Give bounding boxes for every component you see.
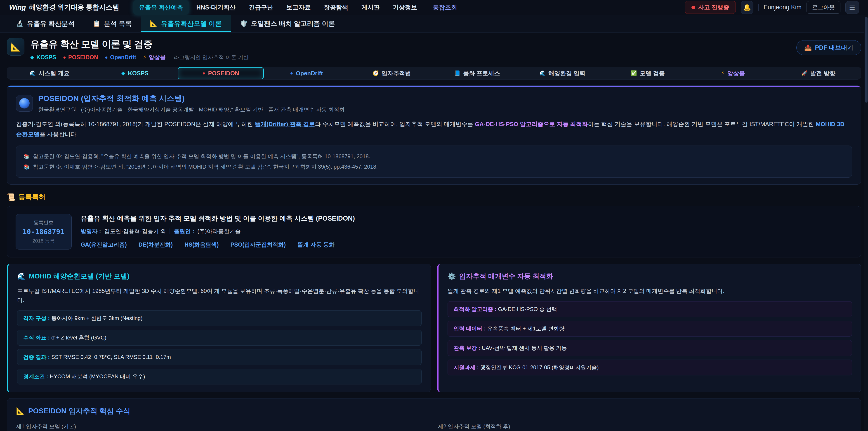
nav-item-aerial-search[interactable]: 항공탐색 xyxy=(318,0,354,15)
tab-label: 유출유 확산분석 xyxy=(27,19,74,28)
spec-value: HYCOM 재분석 (MYOCEAN 대비 우수) xyxy=(50,373,145,379)
section-tab-label: 풍화 프로세스 xyxy=(463,69,500,77)
spec-value: 행정안전부 KCG-01-2017-05 (해양경비지원기술) xyxy=(480,364,598,370)
hamburger-menu-button[interactable]: ☰ xyxy=(845,1,859,14)
section-tab-label: 해양환경 입력 xyxy=(548,69,585,77)
spec-row-input-data: 입력 데이터 : 유속풍속 벡터 + 제1모델 변화량 xyxy=(447,321,852,337)
spec-label: 경계조건 : xyxy=(23,373,49,379)
tab-oil-fence-algorithm-theory[interactable]: 🛡️ 오일펜스 배치 알고리즘 이론 xyxy=(231,15,344,32)
spec-value: 동아시아 9km + 한반도 3km (Nesting) xyxy=(51,315,143,321)
spec-value: UAV·선박 탑재 센서 동시 활용 가능 xyxy=(482,345,567,351)
parameter-optimization-card: ⚙️ 입자추적 매개변수 자동 최적화 뜰개 관측 경로와 제1 모델 예측값의… xyxy=(437,264,861,392)
patent-meta: 발명자 : 김도연·김용혁·김충기 외 | 출원인 : (주)아라종합기술 xyxy=(81,227,355,235)
model-cards-row: 🌊 MOHID 해양순환모델 (기반 모델) 포르투갈 IST/MARETEC에… xyxy=(7,264,861,392)
tab-oil-spill-analysis[interactable]: 🔬 유출유 확산분석 xyxy=(7,15,84,32)
hamburger-icon: ☰ xyxy=(849,3,855,11)
spec-label: 관측 보강 : xyxy=(454,345,480,351)
patent-section-title: 등록특허 xyxy=(18,192,45,202)
nav-item-oil-spill-prediction[interactable]: 유출유 확산예측 xyxy=(133,0,189,15)
patent-tag-row: GA(유전알고리즘) DE(차분진화) HS(화음탐색) PSO(입자군집최적화… xyxy=(81,241,355,248)
mohid-card-title: 🌊 MOHID 해양순환모델 (기반 모델) xyxy=(17,272,422,281)
section-tab-label: POSEIDON xyxy=(208,70,239,77)
tag-hs[interactable]: HS(화음탐색) xyxy=(184,241,219,248)
section-tab-particle-tracking[interactable]: 🧭 입자추적법 xyxy=(349,67,434,79)
spec-row-validation: 검증 결과 : SST RMSE 0.42~0.78°C, SLA RMSE 0… xyxy=(17,349,422,365)
tab-label: 오일펜스 배치 알고리즘 이론 xyxy=(251,19,335,28)
topnav-right-group: 사고 진행중 🔔 Eunjeong Kim 로그아웃 ☰ xyxy=(685,1,859,14)
pdf-export-button[interactable]: 📤 PDF 내보내기 xyxy=(796,40,861,55)
spec-label: 검증 결과 : xyxy=(23,354,50,360)
page-content: 📐 유출유 확산 모델 이론 및 검증 ◆ KOSPS ● POSEIDON ●… xyxy=(0,33,868,431)
spec-value: σ + Z-level 혼합 (GVC) xyxy=(51,335,106,341)
tab-analysis-list[interactable]: 📋 분석 목록 xyxy=(84,15,141,32)
poseidon-title: POSEIDON (입자추적 최적화 예측 시스템) xyxy=(38,93,345,104)
nav-item-weather-info[interactable]: 기상정보 xyxy=(388,0,423,15)
nav-item-integrated-search[interactable]: 통합조회 xyxy=(428,0,463,15)
red-dot-icon: ● xyxy=(63,55,66,60)
section-tab-opendrift[interactable]: ● OpenDrift xyxy=(264,67,349,79)
tab-label: 분석 목록 xyxy=(104,19,132,28)
blue-dot-icon: ● xyxy=(290,70,293,76)
page-title: 유출유 확산 모델 이론 및 검증 xyxy=(30,38,249,51)
section-tab-weathering-process[interactable]: 📘 풍화 프로세스 xyxy=(434,67,520,79)
spec-value: GA·DE·HS·PSO 중 선택 xyxy=(498,306,557,312)
nav-divider xyxy=(425,4,425,11)
incident-status-badge[interactable]: 사고 진행중 xyxy=(685,1,736,14)
poseidon-subtitle: 한국환경연구원 · (주)아라종합기술 · 한국해양기상기술 공동개발 · MO… xyxy=(38,106,345,113)
formula-card-title: 📐 POSEIDON 입자추적 핵심 수식 xyxy=(16,406,852,416)
section-tab-poseidon[interactable]: ● POSEIDON xyxy=(178,67,264,79)
reference-text: 참고문헌 ②: 이재호·임병준·김도연 외, "2016년 동아시아 해역의 M… xyxy=(33,162,377,172)
tag-drifter-assimilation[interactable]: 뜰개 자동 동화 xyxy=(298,241,335,248)
app-logo-icon: Wing xyxy=(9,3,26,11)
optimization-card-title: ⚙️ 입자추적 매개변수 자동 최적화 xyxy=(447,272,852,281)
poseidon-title-group: POSEIDON (입자추적 최적화 예측 시스템) 한국환경연구원 · (주)… xyxy=(38,93,345,113)
patent-card: 등록번호 10-1868791 2018 등록 유출유 확산 예측을 위한 입자… xyxy=(7,206,861,257)
spec-label: 지원과제 : xyxy=(454,364,479,370)
badge-poseidon: ● POSEIDON xyxy=(63,54,98,61)
patent-year: 2018 등록 xyxy=(32,238,55,244)
wave-icon: 🌊 xyxy=(17,272,26,280)
rocket-icon: 🚀 xyxy=(801,70,807,76)
nav-item-reports[interactable]: 보고자료 xyxy=(281,0,316,15)
scrollbar-thumb[interactable] xyxy=(865,17,868,102)
section-tab-kosps[interactable]: ◆ KOSPS xyxy=(92,67,178,79)
badge-label: OpenDrift xyxy=(110,54,136,61)
section-tab-future-direction[interactable]: 🚀 발전 방향 xyxy=(776,67,861,79)
nav-item-hns-diffusion[interactable]: HNS·대기확산 xyxy=(191,0,241,15)
section-tab-label: KOSPS xyxy=(128,70,149,77)
model-badge-row: ◆ KOSPS ● POSEIDON ● OpenDrift ⚡ 앙상블 라그랑… xyxy=(30,54,249,61)
tab-diffusion-model-theory[interactable]: 📐 유출유확산모델 이론 xyxy=(141,15,231,32)
formula-right-column: 제2 입자추적 모델 (최적화 후) Revised_x = a1·curren… xyxy=(438,423,852,431)
notification-button[interactable]: 🔔 xyxy=(741,1,753,14)
section-tab-label: 앙상블 xyxy=(727,69,745,77)
poseidon-description: 김충기·김도연 외(등록특허 10-1868791, 2018)가 개발한 PO… xyxy=(16,119,852,139)
scroll-icon: 📜 xyxy=(7,193,15,201)
tag-pso[interactable]: PSO(입자군집최적화) xyxy=(230,241,286,248)
poseidon-icon-box xyxy=(16,95,33,112)
tab-label: 유출유확산모델 이론 xyxy=(161,19,222,28)
section-tab-label: 시스템 개요 xyxy=(39,69,70,77)
tag-ga[interactable]: GA(유전알고리즘) xyxy=(81,241,127,248)
section-tab-ocean-env-input[interactable]: 🌊 해양환경 입력 xyxy=(520,67,605,79)
spec-value: SST RMSE 0.42~0.78°C, SLA RMSE 0.11~0.17… xyxy=(51,354,171,360)
section-tab-label: 발전 방향 xyxy=(810,69,835,77)
red-dot-icon: ● xyxy=(202,70,205,76)
section-tab-ensemble[interactable]: ⚡ 앙상블 xyxy=(690,67,776,79)
section-tab-label: 모델 검증 xyxy=(640,69,665,77)
book-icon: 📘 xyxy=(454,70,460,76)
nav-item-board[interactable]: 게시판 xyxy=(356,0,385,15)
sub-tab-bar: 🔬 유출유 확산분석 📋 분석 목록 📐 유출유확산모델 이론 🛡️ 오일펜스 … xyxy=(0,15,868,33)
tag-de[interactable]: DE(차분진화) xyxy=(138,241,173,248)
nav-item-emergency-rescue[interactable]: 긴급구난 xyxy=(243,0,279,15)
inventor-label: 발명자 : xyxy=(81,227,101,235)
logout-button[interactable]: 로그아웃 xyxy=(807,1,840,13)
reference-item: 📚 참고문헌 ②: 이재호·임병준·김도연 외, "2016년 동아시아 해역의… xyxy=(24,162,844,172)
page-scrollbar[interactable] xyxy=(864,15,868,431)
meta-separator: | xyxy=(169,227,171,235)
header-caption: 라그랑지안 입자추적 이론 기반 xyxy=(174,54,249,61)
patent-number: 10-1868791 xyxy=(23,228,65,236)
formula-title-text: POSEIDON 입자추적 핵심 수식 xyxy=(28,406,130,416)
triangular-ruler-icon: 📐 xyxy=(150,20,158,27)
section-tab-system-overview[interactable]: 🌊 시스템 개요 xyxy=(7,67,92,79)
section-tab-model-validation[interactable]: ✅ 모델 검증 xyxy=(605,67,690,79)
